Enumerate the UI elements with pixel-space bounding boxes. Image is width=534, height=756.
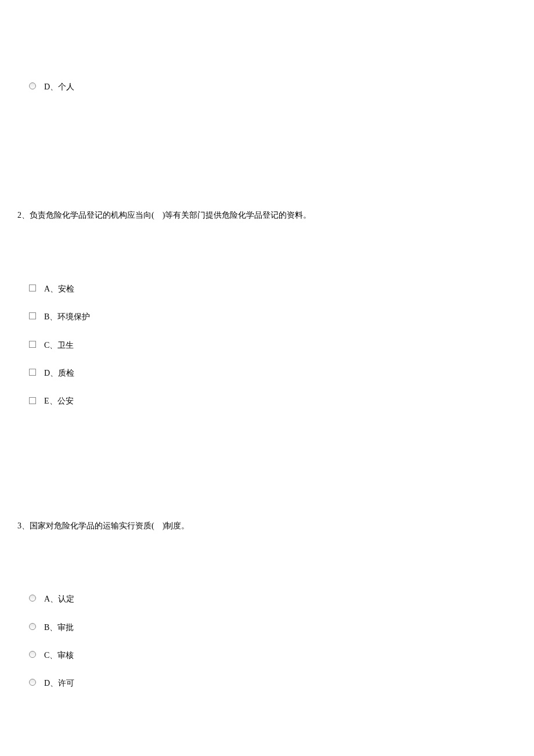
q2-option-d: D、质检 [29, 365, 534, 380]
radio-icon[interactable] [29, 82, 36, 89]
option-label: C、审核 [44, 647, 74, 662]
radio-icon[interactable] [29, 651, 36, 658]
option-label: E、公安 [44, 393, 74, 408]
checkbox-icon[interactable] [29, 369, 36, 376]
checkbox-icon[interactable] [29, 341, 36, 348]
q2-option-c: C、卫生 [29, 337, 534, 352]
q2-option-a: A、安检 [29, 280, 534, 296]
q3-option-a: A、认定 [29, 591, 534, 606]
q3-option-c: C、审核 [29, 647, 534, 662]
option-label: B、审批 [44, 619, 74, 634]
option-label: C、卫生 [44, 337, 74, 352]
option-label: D、质检 [44, 365, 74, 380]
option-label: B、环境保护 [44, 308, 90, 323]
option-label: D、个人 [44, 78, 74, 93]
q3-options: A、认定 B、审批 C、审核 D、许可 [17, 591, 534, 690]
radio-icon[interactable] [29, 595, 36, 602]
question-1-remnant: D、个人 [0, 0, 534, 93]
checkbox-icon[interactable] [29, 312, 36, 319]
option-label: A、安检 [44, 280, 74, 296]
q1-option-d: D、个人 [29, 78, 534, 93]
question-text: 2、负责危险化学品登记的机构应当向( )等有关部门提供危险化学品登记的资料。 [17, 209, 534, 222]
checkbox-icon[interactable] [29, 285, 36, 291]
checkbox-icon[interactable] [29, 397, 36, 404]
option-label: A、认定 [44, 591, 74, 606]
q3-option-d: D、许可 [29, 675, 534, 690]
q2-options: A、安检 B、环境保护 C、卫生 D、质检 E、公安 [17, 280, 534, 408]
option-label: D、许可 [44, 675, 74, 690]
radio-icon[interactable] [29, 623, 36, 630]
question-2: 2、负责危险化学品登记的机构应当向( )等有关部门提供危险化学品登记的资料。 A… [0, 107, 534, 408]
question-text: 3、国家对危险化学品的运输实行资质( )制度。 [17, 520, 534, 532]
question-3: 3、国家对危险化学品的运输实行资质( )制度。 A、认定 B、审批 C、审核 D… [0, 421, 534, 690]
q3-option-b: B、审批 [29, 619, 534, 634]
radio-icon[interactable] [29, 679, 36, 686]
q2-option-b: B、环境保护 [29, 308, 534, 323]
q2-option-e: E、公安 [29, 393, 534, 408]
